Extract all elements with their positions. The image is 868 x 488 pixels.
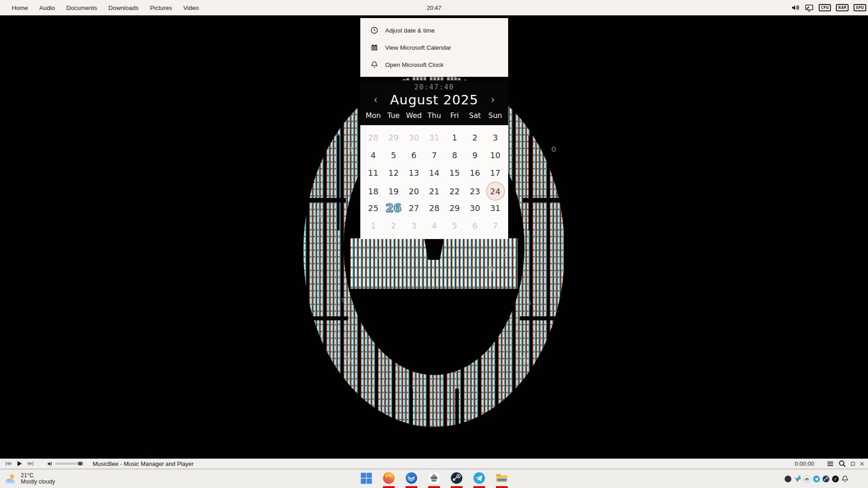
discord-icon[interactable] bbox=[803, 475, 811, 483]
clock-context-menu: Adjust date & timeView Microsoft Calenda… bbox=[360, 18, 508, 77]
next-month-button[interactable]: › bbox=[488, 95, 497, 105]
day-number: 5 bbox=[391, 150, 396, 160]
firefox-icon bbox=[382, 471, 396, 485]
menu-item-pictures[interactable]: Pictures bbox=[147, 4, 175, 12]
day-number: 21 bbox=[429, 187, 439, 196]
razer-icon[interactable] bbox=[831, 475, 840, 483]
previous-track-button[interactable] bbox=[5, 460, 12, 467]
wallpaper-noise-glyph: @ bbox=[377, 249, 382, 260]
day-number: 7 bbox=[432, 150, 437, 160]
taskbar: 21°C Mostly cloudy bbox=[0, 469, 868, 488]
topbar-clock: 20:47 bbox=[427, 0, 442, 15]
search-button[interactable] bbox=[838, 460, 846, 468]
taskbar-app-file-explorer[interactable] bbox=[495, 469, 509, 488]
wallpaper-noise-glyph: @ bbox=[501, 249, 506, 260]
vpn-lock-icon[interactable] bbox=[793, 475, 802, 483]
menu-item-label: Adjust date & time bbox=[385, 27, 435, 34]
day-number: 28 bbox=[368, 133, 378, 142]
display-pen-icon[interactable] bbox=[805, 3, 814, 12]
day-number: 30 bbox=[409, 133, 419, 142]
menu-item-open-microsoft-clock[interactable]: Open Microsoft Clock bbox=[360, 57, 508, 72]
calendar-day-16: 16 bbox=[465, 164, 485, 182]
menu-item-video[interactable]: Video bbox=[180, 4, 201, 12]
maximize-button[interactable] bbox=[850, 461, 855, 466]
taskbar-app-firefox[interactable] bbox=[382, 469, 396, 488]
calendar-widget: 20:47:40 ‹ August 2025 › MonTueWedThuFri… bbox=[360, 80, 508, 239]
calendar-day-5-adjacent: 5 bbox=[444, 217, 465, 235]
queue-list-button[interactable] bbox=[826, 460, 834, 468]
calendar-day-12: 12 bbox=[383, 164, 404, 182]
menu-item-downloads[interactable]: Downloads bbox=[106, 4, 142, 12]
day-number: 4 bbox=[371, 150, 376, 160]
music-player-bar: MusicBee - Music Manager and Player 0:00… bbox=[0, 459, 868, 469]
telegram-tray-icon[interactable] bbox=[812, 475, 821, 483]
calendar-day-5: 5 bbox=[383, 146, 404, 164]
day-number: 30 bbox=[470, 203, 480, 213]
day-number: 5 bbox=[452, 221, 457, 230]
steam-icon bbox=[450, 471, 463, 485]
menu-item-adjust-date-time[interactable]: Adjust date & time bbox=[360, 23, 508, 38]
taskbar-app-white-app[interactable] bbox=[427, 469, 441, 488]
day-number: 10 bbox=[490, 150, 500, 160]
volume-slider-thumb[interactable] bbox=[78, 462, 82, 465]
menu-item-audio[interactable]: Audio bbox=[37, 4, 58, 12]
taskbar-app-telegram[interactable] bbox=[472, 469, 486, 488]
day-number: 1 bbox=[371, 221, 376, 230]
calendar-day-23: 23 bbox=[465, 182, 485, 201]
calendar-week: 28293031123 bbox=[363, 129, 505, 146]
calendar-day-22: 22 bbox=[444, 182, 465, 201]
day-number: 7 bbox=[493, 221, 498, 230]
calendar-day-20: 20 bbox=[404, 182, 424, 201]
next-track-button[interactable] bbox=[27, 460, 34, 467]
day-number: 19 bbox=[388, 187, 399, 196]
volume-icon[interactable] bbox=[791, 3, 800, 12]
menu-item-documents[interactable]: Documents bbox=[64, 4, 100, 12]
calendar-day-9: 9 bbox=[465, 146, 485, 164]
close-button[interactable] bbox=[859, 461, 864, 466]
calendar-header: 20:47:40 ‹ August 2025 › MonTueWedThuFri… bbox=[360, 80, 508, 125]
day-header-sun: Sun bbox=[485, 111, 505, 120]
taskbar-apps bbox=[359, 469, 509, 488]
taskbar-app-steam[interactable] bbox=[450, 469, 463, 488]
calendar-day-11: 11 bbox=[363, 164, 383, 182]
start-button[interactable] bbox=[359, 469, 373, 488]
clock-icon bbox=[370, 26, 378, 34]
wallpaper-noise-glyph: o bbox=[551, 143, 557, 154]
telegram-icon bbox=[472, 471, 486, 485]
running-indicator bbox=[383, 486, 395, 488]
calendar-day-27: 27 bbox=[404, 199, 424, 217]
day-number: 17 bbox=[490, 168, 500, 178]
play-button[interactable] bbox=[16, 460, 23, 467]
bell-outline-icon[interactable] bbox=[841, 475, 849, 483]
topbar-status-icons: CPURAMGPU bbox=[791, 0, 866, 15]
windows-start-icon bbox=[359, 471, 373, 485]
day-number: 6 bbox=[472, 221, 477, 230]
menu-item-home[interactable]: Home bbox=[9, 4, 31, 12]
calendar-day-18: 18 bbox=[363, 182, 383, 201]
day-number: 22 bbox=[449, 187, 460, 196]
weather-widget[interactable]: 21°C Mostly cloudy bbox=[4, 469, 55, 488]
calendar-day-3-adjacent: 3 bbox=[404, 217, 424, 235]
white-app-icon bbox=[427, 471, 441, 485]
calendar-day-24: 24 bbox=[485, 182, 505, 201]
volume-slider[interactable] bbox=[56, 463, 84, 465]
day-number: 12 bbox=[388, 168, 399, 178]
calendar-day-4: 4 bbox=[363, 146, 383, 164]
menu-item-view-microsoft-calendar[interactable]: View Microsoft Calendar bbox=[360, 40, 508, 55]
moon-cloud-icon bbox=[4, 473, 17, 485]
menu-item-label: Open Microsoft Clock bbox=[385, 61, 443, 68]
running-indicator bbox=[451, 486, 462, 488]
calendar-day-30: 30 bbox=[465, 199, 485, 217]
calendar-day-8: 8 bbox=[444, 146, 465, 164]
elapsed-time: 0:00:00 bbox=[795, 460, 814, 467]
steam-tray-icon[interactable] bbox=[822, 475, 830, 483]
running-indicator bbox=[496, 486, 508, 488]
taskbar-app-thunderbird[interactable] bbox=[405, 469, 418, 488]
player-title: MusicBee - Music Manager and Player bbox=[93, 460, 193, 467]
transport-controls bbox=[5, 460, 34, 467]
digital-clock: 20:47:40 bbox=[360, 83, 508, 91]
dark-app-icon[interactable] bbox=[784, 475, 792, 483]
day-number: 27 bbox=[409, 203, 419, 213]
desktop: { "top_bar": { "menu_items": [ {"label":… bbox=[0, 0, 868, 488]
prev-month-button[interactable]: ‹ bbox=[371, 95, 380, 105]
